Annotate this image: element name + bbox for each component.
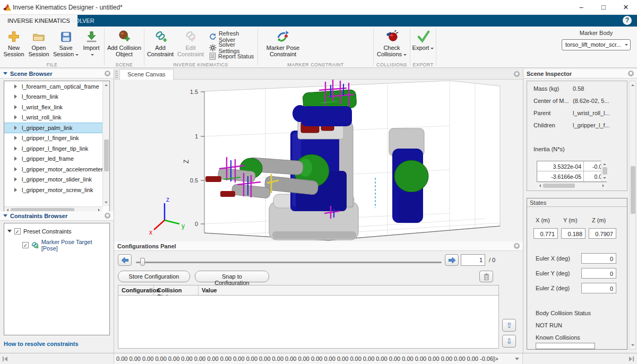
expand-icon[interactable] <box>14 94 19 99</box>
import-icon <box>85 28 98 43</box>
tree-item[interactable]: l_gripper_l_finger_link <box>4 133 109 144</box>
import-button[interactable]: Import <box>81 28 102 57</box>
constraints-browser-tree[interactable]: ✓ Preset Constraints ✓ Marker Pose Targe… <box>4 223 110 335</box>
inspector-vertical-scrollbar[interactable] <box>629 81 636 350</box>
marker-body-dropdown[interactable]: torso_lift_motor_scr... <box>562 39 631 50</box>
matlab-logo-icon <box>3 4 11 11</box>
how-to-resolve-constraints-link[interactable]: How to resolve constraints <box>4 341 79 347</box>
marker-pose-target-node[interactable]: ✓ Marker Pose Target [Pose] <box>4 239 109 252</box>
marker-pose-target-checkbox[interactable]: ✓ <box>22 242 29 248</box>
open-session-button[interactable]: Open Session <box>27 28 51 57</box>
edit-constraint-icon <box>184 28 197 43</box>
euler-y-input[interactable]: 0 <box>581 268 616 279</box>
configuration-index-input[interactable]: 1 <box>461 254 485 266</box>
scroll-end-icon[interactable] <box>629 357 634 361</box>
expand-icon[interactable] <box>14 157 19 161</box>
window-title: Inverse Kinematics Designer - untitled* <box>13 4 123 11</box>
check-collisions-button[interactable]: Check Collisions <box>375 28 409 57</box>
expand-icon[interactable] <box>14 146 19 151</box>
close-button[interactable]: ✕ <box>615 0 637 15</box>
tree-item-selected[interactable]: l_gripper_palm_link <box>4 123 109 133</box>
save-session-button[interactable]: Save Session <box>52 28 80 57</box>
euler-z-input[interactable]: 0 <box>581 283 616 293</box>
collapse-icon[interactable] <box>3 214 7 219</box>
column-configuration[interactable]: Configuration <box>118 285 154 295</box>
report-status-button[interactable]: Report Status <box>209 53 254 60</box>
constraints-browser-header[interactable]: Constraints Browser <box>0 211 114 221</box>
move-up-button[interactable]: ⇧ <box>502 319 516 332</box>
gear-icon[interactable] <box>514 71 520 77</box>
euler-x-input[interactable]: 0 <box>581 253 616 264</box>
previous-configuration-button[interactable] <box>118 254 132 266</box>
tree-item[interactable]: l_gripper_motor_screw_link <box>4 185 109 195</box>
expand-icon[interactable] <box>14 115 19 119</box>
scroll-start-icon[interactable] <box>3 357 8 361</box>
tree-item[interactable]: l_forearm_link <box>4 92 109 102</box>
next-configuration-button[interactable] <box>445 254 459 266</box>
panel-drag-handle[interactable] <box>115 71 118 78</box>
marker-pose-constraint-button[interactable]: Marker Pose Constraint <box>264 28 302 57</box>
preset-constraints-node[interactable]: ✓ Preset Constraints <box>4 228 109 235</box>
configuration-vector-readout[interactable]: 0.00 0.00 0.00 0.00 0.00 0.00 0.00 0.00 … <box>114 353 523 364</box>
gear-icon[interactable] <box>514 243 520 249</box>
expand-icon[interactable] <box>14 188 19 192</box>
gear-icon[interactable] <box>105 213 110 219</box>
maximize-button[interactable]: □ <box>592 0 615 15</box>
expand-icon[interactable] <box>7 230 12 235</box>
gear-icon[interactable] <box>105 71 110 76</box>
tree-item[interactable]: l_gripper_l_finger_tip_link <box>4 143 109 154</box>
expand-readout-icon[interactable] <box>515 358 519 362</box>
slider-thumb[interactable] <box>140 258 145 266</box>
configurations-table-body[interactable] <box>118 296 499 349</box>
inertia-label: Inertia (N*s) <box>533 146 565 152</box>
known-collisions-box[interactable] <box>536 343 595 349</box>
inertia-table[interactable]: 3.5322e-04-0.00 -3.6166e-050.00 <box>537 161 607 182</box>
expand-icon[interactable] <box>14 105 19 109</box>
status-bar: 0.00 0.00 0.00 0.00 0.00 0.00 0.00 0.00 … <box>0 353 637 364</box>
z-tick-0_5: 0.5 <box>190 177 198 184</box>
euler-x-label: Euler X (deg) <box>536 255 570 262</box>
scene-canvas-viewport[interactable]: 1.5 1 0.5 0 Z <box>114 80 523 241</box>
expand-icon[interactable] <box>14 167 19 171</box>
configuration-slider[interactable] <box>136 258 442 266</box>
expand-icon[interactable] <box>14 84 19 89</box>
help-icon[interactable]: ? <box>623 16 632 25</box>
add-constraint-button[interactable]: Add Constraint <box>147 28 174 57</box>
triad-y-label: y <box>182 222 185 230</box>
column-collision-status[interactable]: Collision Status <box>154 285 199 295</box>
joint-values-text: 0.00 0.00 0.00 0.00 0.00 0.00 0.00 0.00 … <box>116 356 498 362</box>
gear-icon[interactable] <box>628 71 634 76</box>
store-configuration-button[interactable]: Store Configuration <box>118 271 190 282</box>
add-collision-object-button[interactable]: Add Collision Object <box>106 28 142 57</box>
scene-inspector-header[interactable]: Scene Inspector <box>523 69 637 79</box>
collapse-icon[interactable] <box>3 72 7 77</box>
tree-item[interactable]: l_gripper_motor_slider_link <box>4 175 109 185</box>
inertia-vertical-scrollbar[interactable] <box>601 161 608 181</box>
move-down-button[interactable]: ⇩ <box>502 335 516 348</box>
expand-icon[interactable] <box>14 177 19 181</box>
tree-vertical-scrollbar[interactable] <box>102 81 109 206</box>
scene-browser-tree[interactable]: l_forearm_cam_optical_frame l_forearm_li… <box>4 81 110 213</box>
snap-to-configuration-button[interactable]: Snap to Configuration <box>195 271 269 282</box>
delete-configuration-button[interactable] <box>479 271 493 282</box>
column-value[interactable]: Value <box>199 285 498 295</box>
tree-item[interactable]: l_forearm_cam_optical_frame <box>4 81 109 92</box>
tab-scene-canvas[interactable]: Scene Canvas <box>119 69 174 80</box>
tab-solver[interactable]: SOLVER <box>64 15 102 27</box>
configurations-panel-header[interactable]: Configurations Panel <box>114 241 523 251</box>
preset-constraints-checkbox[interactable]: ✓ <box>14 228 21 235</box>
new-session-button[interactable]: New Session <box>2 28 25 57</box>
scene-browser-header[interactable]: Scene Browser <box>0 69 114 79</box>
export-button[interactable]: Export <box>411 28 435 51</box>
tree-item[interactable]: l_wrist_flex_link <box>4 102 109 112</box>
expand-icon[interactable] <box>14 136 19 140</box>
z-input[interactable]: 0.7907 <box>589 228 616 239</box>
tree-item[interactable]: l_gripper_motor_accelerometer_l <box>4 164 109 175</box>
minimize-button[interactable]: – <box>570 0 592 15</box>
tree-item[interactable]: l_wrist_roll_link <box>4 112 109 123</box>
x-input[interactable]: 0.771 <box>533 228 558 239</box>
y-input[interactable]: 0.188 <box>561 228 586 239</box>
tree-item[interactable]: l_gripper_led_frame <box>4 154 109 164</box>
expand-icon[interactable] <box>14 126 19 130</box>
inertia-horizontal-scrollbar[interactable] <box>537 182 607 188</box>
